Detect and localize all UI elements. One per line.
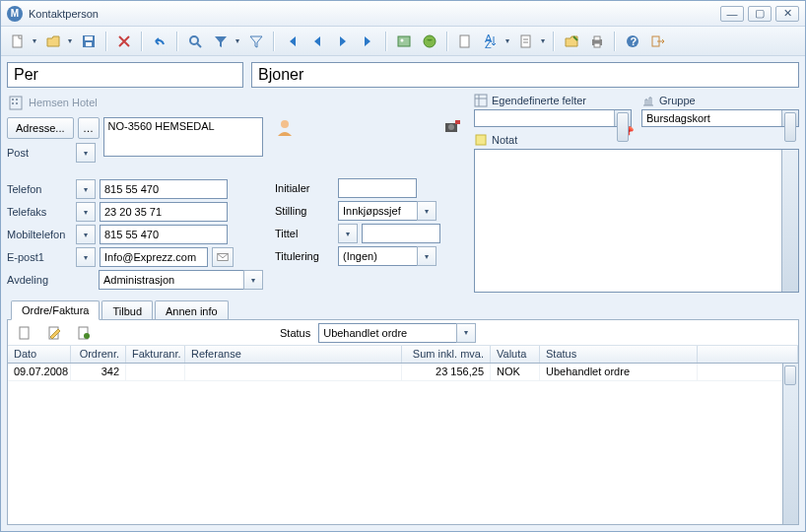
customfields-box[interactable] — [474, 109, 632, 127]
doc2-dropdown[interactable]: ▾ — [539, 36, 547, 45]
dept-select-dropdown[interactable]: ▾ — [243, 270, 263, 290]
col-fakturanr[interactable]: Fakturanr. — [126, 346, 185, 363]
salutation-dropdown[interactable]: ▾ — [417, 246, 437, 266]
dept-input[interactable] — [99, 270, 243, 290]
phone-dropdown[interactable]: ▾ — [76, 179, 96, 199]
search-button[interactable] — [184, 31, 206, 52]
last-button[interactable] — [358, 31, 379, 52]
col-status[interactable]: Status — [540, 346, 698, 363]
map-button[interactable] — [419, 31, 440, 52]
initials-input[interactable] — [338, 178, 417, 198]
mobile-dropdown[interactable]: ▾ — [76, 225, 96, 244]
last-name-input[interactable] — [251, 62, 799, 88]
svg-rect-5 — [398, 36, 410, 46]
app-icon: M — [7, 6, 23, 22]
body: Hemsen Hotel Adresse... … Post ▾ NO-3560… — [1, 56, 805, 531]
doc-button[interactable] — [454, 31, 476, 52]
address-more-button[interactable]: … — [78, 117, 100, 139]
fax-dropdown[interactable]: ▾ — [76, 202, 96, 222]
person-icon[interactable] — [275, 117, 295, 139]
tab-tilbud[interactable]: Tilbud — [101, 300, 153, 320]
delete-button[interactable] — [113, 31, 135, 52]
svg-text:?: ? — [631, 35, 638, 47]
svg-rect-8 — [460, 35, 469, 47]
title-label: Tittel — [275, 228, 334, 239]
help-button[interactable]: ? — [622, 31, 643, 52]
email-dropdown[interactable]: ▾ — [76, 247, 96, 267]
sort-dropdown[interactable]: ▾ — [504, 36, 511, 45]
table-scrollbar[interactable] — [782, 364, 798, 524]
svg-text:Z: Z — [485, 38, 492, 49]
tab-body: Status ▾ Dato Ordrenr. Fakturanr. Refera… — [7, 319, 799, 525]
customfields-label: Egendefinerte felter — [492, 95, 586, 106]
first-button[interactable] — [281, 31, 302, 52]
col-referanse[interactable]: Referanse — [185, 346, 402, 363]
phone-label: Telefon — [7, 183, 72, 195]
picture-button[interactable] — [393, 31, 415, 52]
svg-point-24 — [281, 120, 289, 128]
open-button[interactable] — [42, 31, 64, 52]
col-valuta[interactable]: Valuta — [491, 346, 540, 363]
title-input[interactable] — [362, 224, 440, 243]
svg-point-4 — [190, 36, 198, 44]
prev-button[interactable] — [306, 31, 328, 52]
note-box[interactable] — [474, 149, 799, 293]
close-button[interactable]: ✕ — [775, 6, 799, 22]
camera-icon[interactable] — [442, 117, 462, 139]
svg-rect-27 — [455, 120, 460, 124]
mobile-input[interactable] — [100, 225, 228, 244]
address-button[interactable]: Adresse... — [7, 117, 74, 139]
minimize-button[interactable]: — — [720, 6, 744, 22]
app-window: M Kontaktperson — ▢ ✕ ▾ ▾ ▾ AZ ▾ — [0, 0, 806, 532]
position-label: Stilling — [275, 205, 334, 217]
tab-new-button[interactable] — [14, 323, 35, 343]
col-dato[interactable]: Dato — [8, 346, 71, 363]
status-select[interactable] — [318, 323, 456, 343]
svg-point-6 — [401, 38, 404, 41]
svg-point-33 — [84, 333, 90, 339]
col-ordrenr[interactable]: Ordrenr. — [71, 346, 126, 363]
post-dropdown[interactable]: ▾ — [76, 143, 96, 163]
filter-dropdown[interactable]: ▾ — [234, 36, 241, 45]
open-dropdown[interactable]: ▾ — [66, 36, 74, 45]
first-name-input[interactable] — [7, 62, 243, 88]
position-dropdown[interactable]: ▾ — [417, 201, 437, 221]
status-dropdown[interactable]: ▾ — [456, 323, 476, 343]
phone-input[interactable] — [100, 179, 228, 199]
position-input[interactable] — [338, 201, 417, 221]
tab-annen-info[interactable]: Annen info — [155, 300, 229, 320]
email-input[interactable] — [100, 247, 208, 267]
group-box[interactable]: Bursdagskort — [641, 109, 799, 127]
tab-edit-button[interactable] — [43, 323, 65, 343]
group-item[interactable]: Bursdagskort — [646, 112, 710, 124]
dept-label: Avdeling — [7, 274, 68, 286]
new-button[interactable] — [7, 31, 29, 52]
save-button[interactable] — [78, 31, 100, 52]
fax-input[interactable] — [100, 202, 228, 222]
filter-button[interactable] — [210, 31, 232, 52]
next-button[interactable] — [332, 31, 354, 52]
filter2-button[interactable] — [245, 31, 267, 52]
svg-rect-19 — [12, 99, 14, 100]
tab-refresh-button[interactable] — [73, 323, 95, 343]
svg-rect-14 — [594, 43, 600, 47]
doc2-button[interactable] — [515, 31, 537, 52]
tab-ordre-faktura[interactable]: Ordre/Faktura — [11, 300, 100, 320]
col-sum[interactable]: Sum inkl. mva. — [402, 346, 491, 363]
address-text[interactable]: NO-3560 HEMSEDAL — [103, 117, 263, 157]
salutation-input[interactable] — [338, 246, 417, 266]
exit-button[interactable] — [647, 31, 669, 52]
company-label: Hemsen Hotel — [7, 94, 263, 111]
undo-button[interactable] — [149, 31, 170, 52]
maximize-button[interactable]: ▢ — [748, 6, 772, 22]
email-send-button[interactable] — [212, 247, 234, 267]
table-row[interactable]: 09.07.2008 342 23 156,25 NOK Ubehandlet … — [8, 364, 798, 381]
order-table: Dato Ordrenr. Fakturanr. Referanse Sum i… — [8, 346, 798, 524]
svg-rect-22 — [16, 102, 18, 104]
svg-rect-13 — [594, 36, 600, 40]
folder-button[interactable] — [561, 31, 582, 52]
title-type-dropdown[interactable]: ▾ — [338, 224, 358, 243]
new-dropdown[interactable]: ▾ — [31, 36, 38, 45]
print-button[interactable] — [586, 31, 608, 52]
sort-button[interactable]: AZ — [480, 31, 502, 52]
